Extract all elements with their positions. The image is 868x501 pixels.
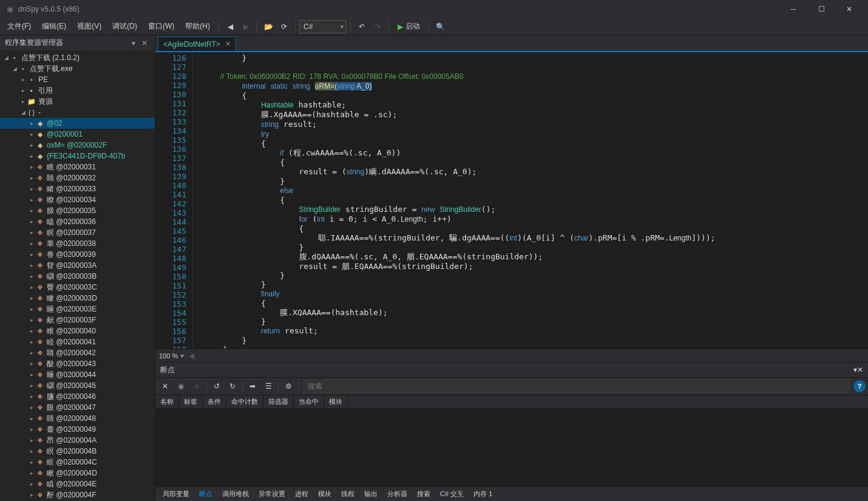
tree-item[interactable]: ▸❖瞭 @02000034 [0,194,155,205]
tree-item[interactable]: ▸❖酐 @0200004F [0,489,155,500]
tree-item[interactable]: ◢▪点赞下载.exe [0,63,155,74]
tree-item[interactable]: ▸❖睛 @02000048 [0,413,155,424]
nav-back-button[interactable]: ◀ [223,19,237,34]
status-tab[interactable]: 内存 1 [469,487,497,501]
search-button[interactable]: 🔍 [433,19,447,34]
menu-window[interactable]: 窗口(W) [143,19,179,34]
tree-item[interactable]: ▸❖臁 @02000046 [0,391,155,402]
tree-item[interactable]: ▸❖睦 @02000041 [0,336,155,347]
close-button[interactable]: ✕ [835,0,863,18]
status-tab[interactable]: C# 交互 [435,487,469,501]
tree-item[interactable]: ▸❖睢 @02000040 [0,325,155,336]
tree-item[interactable]: ▸❖眼 @02000047 [0,402,155,413]
status-tab[interactable]: 异常设置 [254,487,290,501]
assembly-tree[interactable]: ◢▪点赞下载 (2.1.0.2)◢▪点赞下载.exe▸▪PE▸▪引用▸📁资源◢{… [0,51,155,501]
tree-item[interactable]: ▸❖臺 @02000049 [0,424,155,435]
bp-delete-icon[interactable]: ✕ [158,379,172,394]
tree-item[interactable]: ▸❖睛 @02000042 [0,347,155,358]
tree-item[interactable]: ▸❖瞑 @02000037 [0,227,155,238]
status-tab[interactable]: 输出 [359,487,382,501]
tree-item[interactable]: ▸❖献 @0200003F [0,315,155,325]
status-tab[interactable]: 模块 [313,487,336,501]
tree-item[interactable]: ▸❖瞓 @02000045 [0,380,155,391]
status-tab[interactable]: 局部变量 [158,487,194,501]
tree-item[interactable]: ▸❖眢 @0200003A [0,260,155,271]
menu-help[interactable]: 帮助(H) [180,19,215,34]
tree-item[interactable]: ▸❖瞌 @02000036 [0,216,155,227]
menu-view[interactable]: 视图(V) [72,19,106,34]
status-tab[interactable]: 分析器 [382,487,412,501]
status-tab[interactable]: 线程 [336,487,359,501]
maximize-button[interactable]: ☐ [807,0,835,18]
bp-import-icon[interactable]: ↺ [209,379,224,394]
bp-code-icon[interactable]: ☰ [261,379,276,394]
tree-item[interactable]: ▸❖臊 @02000035 [0,205,155,216]
tree-item[interactable]: ▸◆oxM= @0200002F [0,140,155,151]
titlebar: ▣ dnSpy v5.0.5 (x86) ─ ☐ ✕ [0,0,868,18]
explorer-close-icon[interactable]: ✕ [139,38,150,49]
tree-item[interactable]: ▸❖昂 @0200004A [0,435,155,446]
bp-export-icon[interactable]: ↻ [225,379,240,394]
menu-debug[interactable]: 调试(D) [107,19,142,34]
bp-column[interactable]: 筛选器 [263,395,294,408]
tree-item[interactable]: ▸❖瞓 @0200003B [0,271,155,282]
menu-edit[interactable]: 编辑(E) [37,19,71,34]
tree-item[interactable]: ▸❖瞅 @0200004D [0,468,155,479]
bp-search-input[interactable] [303,380,850,393]
tree-item[interactable]: ▸❖眷 @02000039 [0,249,155,260]
bp-goto-icon[interactable]: ➡ [245,379,260,394]
status-tab[interactable]: 搜索 [412,487,435,501]
tab-close-icon[interactable]: ✕ [225,40,231,48]
tree-item[interactable]: ▸◆{FE3C441D-DF9D-407b [0,151,155,162]
tab-agiledotnetrt[interactable]: <AgileDotNetRT> ✕ [158,36,236,51]
tree-item[interactable]: ▸❖酸 @02000043 [0,358,155,369]
bp-toggle-icon[interactable]: ◉ [174,379,188,394]
nav-forward-button[interactable]: ▶ [239,19,253,34]
bp-enable-icon[interactable]: ○ [189,379,204,394]
tree-item[interactable]: ▸❖臀 @0200003C [0,282,155,293]
zoom-dropdown-icon[interactable]: ▾ [180,352,184,360]
tree-item[interactable]: ▸▪PE [0,74,155,85]
tree-item[interactable]: ▸❖睹 @02000033 [0,183,155,194]
tree-item[interactable]: ▸❖瞋 @0200004E [0,479,155,489]
zoom-level[interactable]: 100 % [159,352,178,360]
bp-column[interactable]: 条件 [203,395,226,408]
tree-item[interactable]: ▸❖瞰 @0200003D [0,293,155,304]
open-button[interactable]: 📂 [261,19,276,34]
tree-item[interactable]: ▸◆ @02 [0,118,155,129]
menu-file[interactable]: 文件(F) [2,19,36,34]
tree-item[interactable]: ▸◆ @0200001 [0,129,155,140]
redo-button[interactable]: ↷ [370,19,385,34]
bp-column[interactable]: 模块 [324,395,348,408]
bp-column[interactable]: 当命中 [294,395,324,408]
explorer-dropdown-icon[interactable]: ▾ [128,38,139,49]
bp-close-icon[interactable]: ✕ [857,366,863,374]
tree-item[interactable]: ▸❖眶 @0200004C [0,457,155,468]
bp-column[interactable]: 标签 [179,395,203,408]
zoom-left-icon[interactable]: ◀ [189,352,194,360]
tree-item[interactable]: ◢{ }- [0,107,155,118]
bp-settings-icon[interactable]: ⚙ [281,379,296,394]
minimize-button[interactable]: ─ [779,0,807,18]
bp-column[interactable]: 名称 [155,395,179,408]
start-debug-button[interactable]: ▶ 启动 [393,19,425,34]
undo-button[interactable]: ↶ [354,19,369,34]
tree-item[interactable]: ▸❖睡 @02000044 [0,369,155,380]
status-tab[interactable]: 断点 [194,487,217,501]
tree-item[interactable]: ▸❖睡 @0200003E [0,304,155,315]
reload-button[interactable]: ⟳ [277,19,291,34]
tree-item[interactable]: ▸❖睛 @02000032 [0,172,155,183]
code-area[interactable]: } // Token: 0x060000B2 RID: 178 RVA: 0x0… [193,52,868,349]
tree-item[interactable]: ▸❖瞧 @02000031 [0,162,155,172]
code-editor[interactable]: 126 127 128 129 130 131 132 133 134 135 … [155,51,868,349]
status-tab[interactable]: 调用堆栈 [217,487,254,501]
tree-item[interactable]: ▸❖睾 @02000038 [0,238,155,249]
status-tab[interactable]: 进程 [290,487,313,501]
tree-item[interactable]: ◢▪点赞下载 (2.1.0.2) [0,52,155,63]
bp-column[interactable]: 命中计数 [226,395,263,408]
tree-item[interactable]: ▸▪引用 [0,85,155,96]
tree-item[interactable]: ▸❖瞑 @0200004B [0,446,155,457]
bp-help-icon[interactable]: ? [853,380,866,392]
tree-item[interactable]: ▸📁资源 [0,96,155,107]
language-selector[interactable]: C# [299,20,347,33]
